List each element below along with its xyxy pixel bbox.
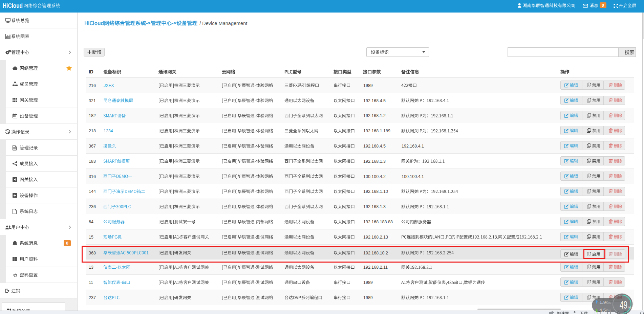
svg-text:/ Device Management: / Device Management bbox=[199, 21, 247, 26]
svg-text:49: 49 bbox=[620, 299, 627, 311]
svg-text:1.9K/s: 1.9K/s bbox=[600, 300, 611, 305]
svg-text:ID: ID bbox=[89, 69, 93, 74]
svg-text:4.5K/s: 4.5K/s bbox=[600, 308, 611, 313]
svg-text:%: % bbox=[628, 305, 631, 310]
